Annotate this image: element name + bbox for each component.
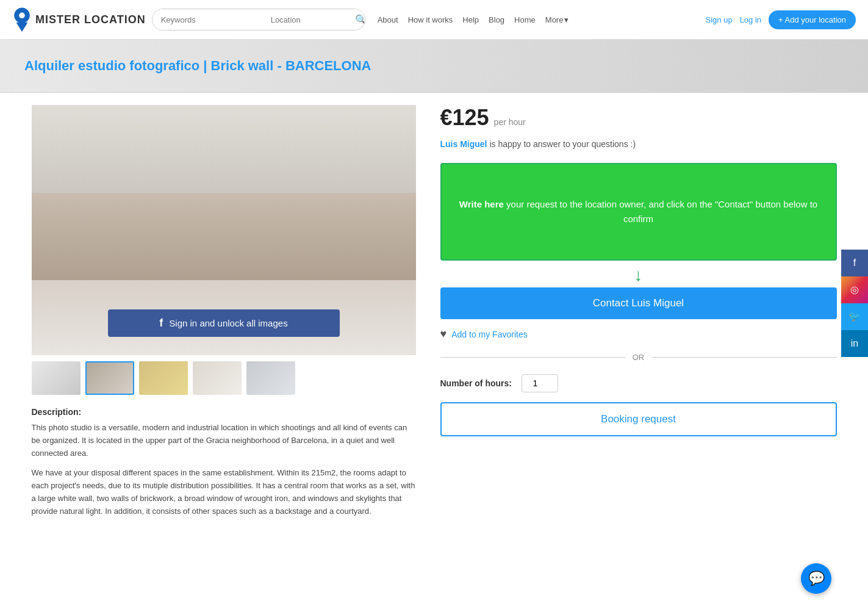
per-hour-label: per hour xyxy=(494,117,526,127)
right-column: €125 per hour Luis Miguel is happy to an… xyxy=(416,105,837,525)
facebook-icon: f xyxy=(159,317,163,330)
add-to-favorites-link[interactable]: Add to my Favorites xyxy=(451,330,528,339)
thumbnail-4[interactable] xyxy=(193,361,242,395)
write-here-bold: Write here xyxy=(459,199,504,209)
nav-home[interactable]: Home xyxy=(514,15,536,24)
thumbnail-3[interactable] xyxy=(139,361,188,395)
social-sidebar: f ◎ 🐦 in xyxy=(841,250,868,357)
owner-text: Luis Miguel is happy to answer to your q… xyxy=(440,138,837,151)
price-area: €125 per hour xyxy=(440,105,837,131)
twitter-icon: 🐦 xyxy=(848,311,861,322)
message-box-content: Write here your request to the location … xyxy=(451,197,826,226)
contact-button[interactable]: Contact Luis Miguel xyxy=(440,287,837,319)
favorites-row: ♥ Add to my Favorites xyxy=(440,328,837,341)
svg-marker-2 xyxy=(16,23,27,32)
auth-links: Sign up Log in + Add your location xyxy=(706,10,856,29)
sign-up-link[interactable]: Sign up xyxy=(706,15,733,24)
left-column: f Sign in and unlock all images Descript… xyxy=(32,105,416,525)
main-nav: About How it works Help Blog Home More ▾ xyxy=(378,15,700,24)
owner-name-link[interactable]: Luis Miguel xyxy=(440,139,487,149)
search-input[interactable] xyxy=(152,9,262,30)
thumbnail-1[interactable] xyxy=(32,361,81,395)
thumbnails xyxy=(32,361,416,395)
or-line-right xyxy=(651,357,836,358)
main-content: f Sign in and unlock all images Descript… xyxy=(7,93,861,538)
search-bar: 🔍 xyxy=(152,9,365,31)
linkedin-social-button[interactable]: in xyxy=(841,330,868,357)
description-para-2: We have at your disposal different space… xyxy=(32,467,416,518)
title-accent: BARCELONA xyxy=(285,58,371,73)
message-box[interactable]: Write here your request to the location … xyxy=(440,163,837,261)
title-banner: Alquiler estudio fotografico | Brick wal… xyxy=(0,40,868,93)
heart-icon: ♥ xyxy=(440,328,447,341)
booking-request-button[interactable]: Booking request xyxy=(440,402,837,436)
description-heading: Description: xyxy=(32,407,416,417)
add-location-button[interactable]: + Add your location xyxy=(769,10,856,29)
chevron-down-icon: ▾ xyxy=(564,15,569,24)
green-arrow-icon: ↓ xyxy=(440,265,837,285)
price: €125 xyxy=(440,105,489,131)
thumbnail-2[interactable] xyxy=(85,361,134,395)
log-in-link[interactable]: Log in xyxy=(740,15,761,24)
write-here-rest: your request to the location owner, and … xyxy=(504,199,817,224)
or-divider: OR xyxy=(440,353,837,362)
main-image: f Sign in and unlock all images xyxy=(32,105,416,355)
logo-area: MISTER LOCATION xyxy=(12,7,146,32)
hours-row: Number of hours: xyxy=(440,374,837,392)
facebook-icon-sidebar: f xyxy=(853,258,856,269)
nav-about[interactable]: About xyxy=(378,15,398,24)
logo-text: MISTER LOCATION xyxy=(35,13,146,26)
search-button[interactable]: 🔍 xyxy=(348,9,365,30)
twitter-social-button[interactable]: 🐦 xyxy=(841,303,868,330)
header: MISTER LOCATION 🔍 About How it works Hel… xyxy=(0,0,868,40)
hours-label: Number of hours: xyxy=(440,378,512,388)
or-line-left xyxy=(440,357,625,358)
thumbnail-5[interactable] xyxy=(246,361,295,395)
nav-help[interactable]: Help xyxy=(462,15,479,24)
or-text: OR xyxy=(633,353,645,362)
page-title: Alquiler estudio fotografico | Brick wal… xyxy=(24,58,844,74)
linkedin-icon: in xyxy=(851,338,858,349)
instagram-icon: ◎ xyxy=(850,284,859,295)
nav-how-it-works[interactable]: How it works xyxy=(408,15,453,24)
svg-point-1 xyxy=(19,13,25,19)
hours-input[interactable] xyxy=(522,374,558,392)
nav-blog[interactable]: Blog xyxy=(489,15,504,24)
signin-overlay[interactable]: f Sign in and unlock all images xyxy=(108,309,340,337)
nav-more[interactable]: More ▾ xyxy=(545,15,569,24)
description-para-1: This photo studio is a versatile, modern… xyxy=(32,422,416,460)
signin-label: Sign in and unlock all images xyxy=(169,318,287,328)
description-section: Description: This photo studio is a vers… xyxy=(32,407,416,518)
title-normal: Alquiler estudio fotografico | Brick wal… xyxy=(24,58,285,73)
logo-icon xyxy=(12,7,32,32)
owner-suffix: is happy to answer to your questions :) xyxy=(487,139,636,149)
instagram-social-button[interactable]: ◎ xyxy=(841,276,868,303)
message-box-wrapper: Write here your request to the location … xyxy=(440,163,837,261)
location-input[interactable] xyxy=(262,9,348,30)
facebook-social-button[interactable]: f xyxy=(841,250,868,276)
